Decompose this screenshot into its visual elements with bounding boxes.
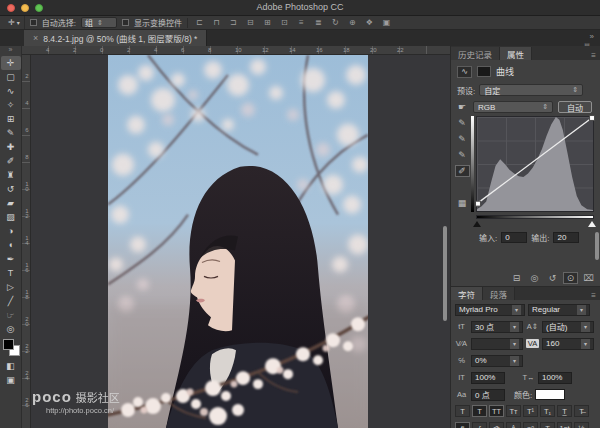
black-point-eyedropper-icon[interactable]: ✎: [455, 117, 470, 129]
align-left-edges-icon[interactable]: ⊏: [193, 17, 206, 28]
align-top-edges-icon[interactable]: ⊟: [244, 17, 257, 28]
ordinals-button[interactable]: 1st: [557, 422, 572, 428]
hand-tool[interactable]: ☞: [1, 308, 21, 322]
path-selection-tool[interactable]: ▷: [1, 280, 21, 294]
screen-mode-button[interactable]: ▣: [1, 374, 21, 386]
superscript-button[interactable]: T¹: [523, 405, 538, 417]
panel-scrollbar[interactable]: [595, 232, 599, 260]
leading-field[interactable]: (自动) ▾: [542, 321, 594, 333]
show-transform-checkbox[interactable]: [122, 19, 129, 26]
discretionary-ligatures-button[interactable]: ﬆ: [489, 422, 504, 428]
reset-adjustment-icon[interactable]: ↺: [545, 272, 560, 284]
channel-dropdown[interactable]: RGB ⇕: [473, 101, 553, 113]
kerning-field[interactable]: ▾: [471, 338, 523, 350]
type-tool[interactable]: T: [1, 266, 21, 280]
gradient-tool[interactable]: ▨: [1, 210, 21, 224]
horizontal-scale-field[interactable]: 100%: [538, 372, 572, 384]
tracking-field[interactable]: 160 ▾: [542, 338, 594, 350]
faux-bold-button[interactable]: T: [455, 405, 470, 417]
3d-scale-icon[interactable]: ▣: [380, 17, 393, 28]
3d-rotate-icon[interactable]: ↻: [329, 17, 342, 28]
stylistic-alternates-button[interactable]: aᵒ: [523, 422, 538, 428]
panel-menu-icon[interactable]: ≡: [591, 291, 596, 300]
auto-select-checkbox[interactable]: [30, 19, 37, 26]
chevron-down-icon: ▾: [510, 339, 519, 349]
shape-tool[interactable]: ╱: [1, 294, 21, 308]
move-tool[interactable]: ✛: [1, 56, 21, 70]
quick-selection-tool[interactable]: ✧: [1, 98, 21, 112]
strikethrough-button[interactable]: T̶: [574, 405, 589, 417]
collapse-panels-icon[interactable]: »: [590, 32, 594, 41]
canvas-vertical-scrollbar[interactable]: [443, 226, 447, 321]
align-bottom-edges-icon[interactable]: ⊡: [278, 17, 291, 28]
font-style-dropdown[interactable]: Regular ▾: [528, 304, 590, 316]
align-horizontal-centers-icon[interactable]: ⊓: [210, 17, 223, 28]
white-point-slider[interactable]: [588, 221, 596, 227]
brush-tool[interactable]: ✐: [1, 154, 21, 168]
auto-select-dropdown[interactable]: 组 ⇕: [81, 17, 117, 28]
draw-curve-icon[interactable]: ✐: [455, 165, 470, 177]
targeted-adjustment-icon[interactable]: ☛: [455, 101, 470, 113]
foreground-color-swatch[interactable]: [3, 339, 14, 350]
tab-properties[interactable]: 属性: [500, 47, 532, 60]
history-brush-tool[interactable]: ↺: [1, 182, 21, 196]
baseline-shift-field[interactable]: 0 点: [471, 389, 505, 401]
auto-button[interactable]: 自动: [558, 101, 592, 113]
tab-history[interactable]: 历史记录: [451, 47, 500, 60]
text-color-swatch[interactable]: [535, 389, 565, 400]
dodge-tool[interactable]: ◖: [1, 238, 21, 252]
swash-button[interactable]: ᴬ: [506, 422, 521, 428]
font-size-field[interactable]: 30 点 ▾: [471, 321, 523, 333]
clone-stamp-tool[interactable]: ♜: [1, 168, 21, 182]
delete-adjustment-icon[interactable]: ⌧: [581, 272, 596, 284]
preset-dropdown[interactable]: 自定 ⇕: [479, 84, 583, 96]
underline-button[interactable]: T̲: [557, 405, 572, 417]
all-caps-button[interactable]: TT: [489, 405, 504, 417]
tab-character[interactable]: 字符: [451, 287, 483, 300]
vertical-scale-field[interactable]: 100%: [471, 372, 505, 384]
close-icon[interactable]: ×: [33, 33, 38, 43]
align-right-edges-icon[interactable]: ⊐: [227, 17, 240, 28]
eyedropper-tool[interactable]: ✎: [1, 126, 21, 140]
font-family-dropdown[interactable]: Myriad Pro ▾: [455, 304, 525, 316]
white-point-eyedropper-icon[interactable]: ✎: [455, 149, 470, 161]
pen-tool[interactable]: ✒: [1, 252, 21, 266]
distribute-vertical-icon[interactable]: ≡: [295, 17, 308, 28]
spot-healing-brush-tool[interactable]: ✚: [1, 140, 21, 154]
lasso-tool[interactable]: ∿: [1, 84, 21, 98]
input-value-field[interactable]: 0: [501, 232, 527, 243]
zoom-tool[interactable]: ◎: [1, 322, 21, 336]
quick-mask-button[interactable]: ◧: [1, 360, 21, 372]
tab-paragraph[interactable]: 段落: [483, 287, 515, 300]
faux-italic-button[interactable]: T: [472, 405, 487, 417]
titling-alternates-button[interactable]: T: [540, 422, 555, 428]
collapse-tools-icon[interactable]: »: [0, 46, 21, 56]
small-caps-button[interactable]: Tᴛ: [506, 405, 521, 417]
rectangular-marquee-tool[interactable]: ▢: [1, 70, 21, 84]
stepper-icon: ⇕: [542, 103, 548, 111]
toggle-visibility-icon[interactable]: ⊙: [563, 272, 578, 284]
crop-tool[interactable]: ⊞: [1, 112, 21, 126]
gray-point-eyedropper-icon[interactable]: ✎: [455, 133, 470, 145]
current-tool-preview[interactable]: ✛ ▾: [4, 16, 25, 29]
view-previous-state-icon[interactable]: ◎: [527, 272, 542, 284]
contextual-alternates-button[interactable]: ʃ: [472, 422, 487, 428]
panel-menu-icon[interactable]: ≡: [591, 51, 596, 60]
blur-tool[interactable]: ◑: [1, 224, 21, 238]
3d-roll-icon[interactable]: ⊕: [346, 17, 359, 28]
standard-ligatures-button[interactable]: fi: [455, 422, 470, 428]
output-value-field[interactable]: 20: [553, 232, 579, 243]
layer-mask-icon[interactable]: [477, 66, 491, 77]
black-point-slider[interactable]: [473, 221, 481, 227]
clip-histogram-icon[interactable]: ▦: [455, 197, 470, 209]
proportional-spacing-field[interactable]: 0% ▾: [471, 355, 523, 367]
subscript-button[interactable]: T₁: [540, 405, 555, 417]
clip-adjustment-icon[interactable]: ⊟: [509, 272, 524, 284]
curve-grid[interactable]: [476, 116, 594, 212]
distribute-horizontal-icon[interactable]: ≣: [312, 17, 325, 28]
fractions-button[interactable]: ½: [574, 422, 589, 428]
align-vertical-centers-icon[interactable]: ⊞: [261, 17, 274, 28]
document-tab[interactable]: × 8.4.2-1.jpg @ 50% (曲线 1, 图层蒙版/8) *: [24, 30, 207, 46]
eraser-tool[interactable]: ▰: [1, 196, 21, 210]
3d-pan-icon[interactable]: ❖: [363, 17, 376, 28]
